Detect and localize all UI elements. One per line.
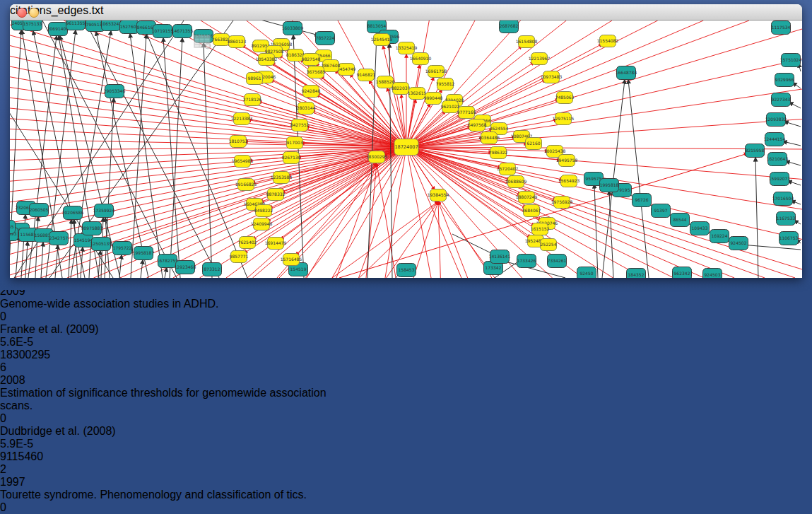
graph-edge[interactable] xyxy=(784,122,801,127)
graph-edge[interactable] xyxy=(783,141,801,146)
graph-node[interactable]: 8267130 xyxy=(282,152,301,164)
graph-node[interactable]: 12444154 xyxy=(764,133,786,146)
graph-node[interactable]: 16154808 xyxy=(516,36,538,48)
network-window[interactable]: citations_edges.txt 24055721575133206914… xyxy=(10,4,802,278)
graph-node[interactable]: 19958187 xyxy=(133,247,155,260)
graph-node[interactable]: 16033809 xyxy=(282,22,304,35)
graph-node[interactable]: 20364486 xyxy=(478,132,500,144)
graph-node[interactable]: 18300295 xyxy=(366,151,388,163)
minimize-window-button[interactable] xyxy=(29,8,39,18)
table-cell[interactable]: 0 xyxy=(0,501,55,514)
graph-node[interactable]: 1167533 xyxy=(777,212,796,226)
graph-node[interactable]: 9146821 xyxy=(357,69,376,81)
graph-edge[interactable] xyxy=(741,245,801,250)
graph-node[interactable]: 15654923 xyxy=(558,175,580,187)
graph-node[interactable]: 10973483 xyxy=(541,71,563,83)
graph-node[interactable]: 98961 xyxy=(247,73,263,85)
table-cell[interactable]: Tourette syndrome. Phenomenology and cla… xyxy=(0,489,351,501)
graph-node[interactable]: 12545419 xyxy=(371,34,393,46)
graph-edge[interactable] xyxy=(260,81,406,147)
graph-edge[interactable] xyxy=(406,147,802,269)
graph-node[interactable]: 17359924 xyxy=(93,204,115,218)
graph-edge[interactable] xyxy=(628,80,649,278)
graph-node[interactable]: 19166825 xyxy=(235,179,257,191)
graph-node[interactable]: 16648784 xyxy=(616,66,637,80)
graph-node[interactable]: 30975887 xyxy=(81,222,103,235)
graph-node[interactable]: 256065 xyxy=(10,221,16,234)
graph-node[interactable]: 9777169 xyxy=(457,107,476,119)
graph-node[interactable]: 1810753 xyxy=(229,136,248,148)
graph-node[interactable]: 109433 xyxy=(690,222,710,235)
graph-node[interactable]: 12409948 xyxy=(251,218,273,230)
graph-edge[interactable] xyxy=(259,102,406,147)
table-cell[interactable]: 1997 xyxy=(0,476,47,489)
graph-edge[interactable] xyxy=(789,103,801,108)
graph-node[interactable]: 16210643 xyxy=(767,153,789,166)
graph-node[interactable]: 9857771 xyxy=(230,251,249,263)
graph-node[interactable]: 1117534 xyxy=(772,21,791,35)
graph-edge[interactable] xyxy=(406,147,802,240)
graph-node[interactable]: 16640910 xyxy=(410,53,432,65)
graph-node[interactable]: 20206586 xyxy=(62,206,84,220)
graph-node[interactable]: 8498222 xyxy=(254,205,273,217)
graph-edge[interactable] xyxy=(438,201,440,278)
graph-node[interactable]: 1733426 xyxy=(517,255,536,268)
graph-node[interactable]: 19654985 xyxy=(232,156,254,168)
network-canvas-container[interactable]: 2405572157513320691406961135579051361065… xyxy=(10,21,802,281)
graph-edge[interactable] xyxy=(359,147,407,278)
graph-edge[interactable] xyxy=(609,191,613,278)
graph-node[interactable]: 9990448 xyxy=(424,93,443,105)
table-cell[interactable]: 5.6E-5 xyxy=(0,336,47,349)
graph-node[interactable]: 15751024 xyxy=(780,54,802,67)
network-canvas[interactable]: 2405572157513320691406961135579051361065… xyxy=(10,21,802,278)
graph-node[interactable]: 19495758 xyxy=(556,155,578,167)
table-cell[interactable]: 2008 xyxy=(0,374,47,387)
graph-edge[interactable] xyxy=(41,243,43,278)
graph-node[interactable]: 12093832 xyxy=(765,113,787,127)
graph-node[interactable]: 6497568 xyxy=(468,119,487,132)
graph-node[interactable]: 15720407 xyxy=(497,163,519,175)
graph-node[interactable]: 19384554 xyxy=(428,189,449,201)
graph-node[interactable]: 2803144 xyxy=(297,103,316,115)
graph-edge[interactable] xyxy=(165,268,167,278)
graph-edge[interactable] xyxy=(10,119,406,147)
graph-node[interactable]: 8878332 xyxy=(266,189,286,201)
graph-node[interactable]: 19756928 xyxy=(551,197,573,209)
graph-node[interactable]: 917003 xyxy=(287,137,303,149)
network-window-titlebar[interactable]: citations_edges.txt xyxy=(10,4,802,21)
graph-node[interactable]: 7625402 xyxy=(238,237,257,249)
graph-node[interactable]: 7955812 xyxy=(436,78,455,90)
graph-node[interactable]: 29053346 xyxy=(104,85,126,98)
graph-node[interactable]: 9329966 xyxy=(775,74,794,87)
table-cell[interactable]: Dudbridge et al. (2008) xyxy=(0,425,126,438)
graph-node[interactable]: 86544 xyxy=(671,214,690,227)
graph-node[interactable]: 873312 xyxy=(203,263,222,276)
graph-edge[interactable] xyxy=(10,108,406,147)
graph-node[interactable]: 1106753 xyxy=(779,232,799,245)
table-cell[interactable]: Genome-wide association studies in ADHD. xyxy=(0,298,351,310)
graph-edge[interactable] xyxy=(10,107,113,278)
graph-edge[interactable] xyxy=(10,35,406,147)
graph-node[interactable]: 9242848 xyxy=(302,86,321,98)
graph-node[interactable]: 9611355 xyxy=(66,21,86,30)
graph-node[interactable]: 2342757 xyxy=(49,232,69,245)
table-row[interactable]: 1830029562008Estimation of significance … xyxy=(0,349,812,450)
graph-node[interactable]: 158453 xyxy=(397,264,416,277)
graph-node[interactable]: 2687682 xyxy=(500,21,519,33)
table-cell[interactable]: 9115460 xyxy=(0,450,64,463)
graph-node[interactable]: 18724007 xyxy=(394,139,418,156)
graph-edge[interactable] xyxy=(406,59,802,148)
table-row[interactable]: 911546021997Tourette syndrome. Phenomeno… xyxy=(0,450,812,514)
graph-node[interactable]: 15992071 xyxy=(769,173,791,186)
table-cell[interactable]: 0 xyxy=(0,412,55,425)
table-cell[interactable]: 18300295 xyxy=(0,349,64,361)
graph-node[interactable]: 12923468 xyxy=(175,261,196,274)
graph-node[interactable]: 62160 xyxy=(526,138,542,150)
graph-node[interactable]: 16914479 xyxy=(265,238,287,250)
graph-node[interactable]: 96726 xyxy=(632,194,652,207)
graph-node[interactable]: 924502 xyxy=(729,237,748,250)
graph-edge[interactable] xyxy=(406,147,795,278)
graph-node[interactable]: 2060505 xyxy=(30,204,49,217)
graph-node[interactable]: 7857224 xyxy=(316,32,335,45)
graph-edge[interactable] xyxy=(55,245,58,278)
